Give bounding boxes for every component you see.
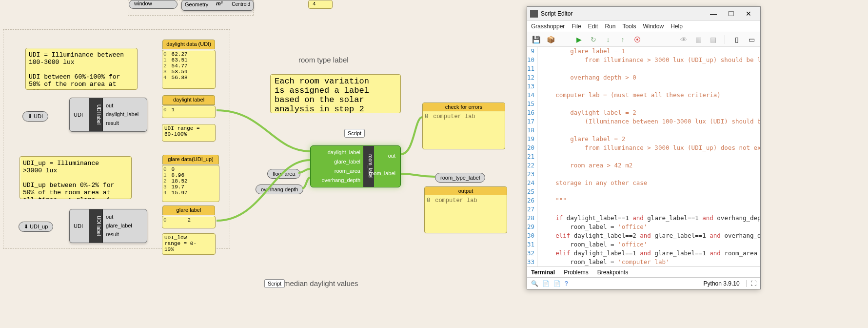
code-content[interactable]: glare label = 1 from illuminance > 3000 … xyxy=(538,47,760,266)
menu-window[interactable]: Window xyxy=(643,23,664,30)
statusbar: 🔍 📄 📄 ? Python 3.9.10 ⛶ xyxy=(527,277,760,289)
note-udi[interactable]: UDI = Illuminance between 100-3000 lux U… xyxy=(25,48,138,90)
panel-glare-data-title: glare data(UDI_up) xyxy=(162,155,219,164)
panel-four[interactable]: 4 xyxy=(308,0,333,9)
param-overhang-depth[interactable]: overhang depth xyxy=(256,184,303,194)
tool-icon-1[interactable]: ▦ xyxy=(693,35,703,44)
udi-out-1: daylight_label xyxy=(106,110,138,119)
down-arrow-icon: ⬇ xyxy=(28,113,32,119)
panel-daylight-label-title: daylight label xyxy=(162,95,215,105)
param-window[interactable]: window xyxy=(129,0,178,9)
tab-problems[interactable]: Problems xyxy=(564,269,589,276)
panel-glare-label[interactable]: glare label 0 2 xyxy=(162,216,216,228)
down-arrow-icon: ⬇ xyxy=(24,224,28,229)
section-label-median: median daylight values xyxy=(284,279,358,287)
note-udi-up[interactable]: UDI_up = Illuminance >3000 lux UDI_up be… xyxy=(20,156,132,199)
panel-output[interactable]: output 0 computer lab xyxy=(424,186,507,233)
udi-out-0: out xyxy=(106,101,138,110)
panel-glare-label-title: glare label xyxy=(162,205,215,215)
python-version: Python 3.9.10 xyxy=(704,280,740,287)
script-tooltip-2: Script xyxy=(264,279,285,288)
step-in-icon[interactable]: ↓ xyxy=(603,35,613,44)
doc-icon[interactable]: 📄 xyxy=(553,280,561,287)
geom-mid: m² xyxy=(216,0,222,6)
rl-in-1: glare_label xyxy=(311,157,363,166)
menubar[interactable]: Grasshopper File Edit Run Tools Window H… xyxy=(527,20,760,32)
file-icon[interactable]: 📄 xyxy=(542,280,550,287)
room-label-tab: room_label xyxy=(363,146,374,187)
eye-icon[interactable]: 👁 xyxy=(679,35,689,44)
help-icon[interactable]: ? xyxy=(565,280,568,287)
line-gutter: 9101112131415161718192021222324252627282… xyxy=(527,47,538,266)
app-icon xyxy=(530,10,538,18)
rl-out-1: room_label xyxy=(369,170,395,176)
panel-udi-low[interactable]: UDI_low range = 0- 10% xyxy=(162,233,216,255)
geometry-component[interactable]: Geometry m² Centroid xyxy=(181,0,254,11)
script-tooltip: Script xyxy=(344,129,365,138)
udi-label-component[interactable]: UDI label UDI out daylight_label result xyxy=(69,98,147,132)
panel-icon-1[interactable]: ▯ xyxy=(732,35,742,44)
panel-daylight-label[interactable]: daylight label 0 1 xyxy=(162,105,216,118)
rl-in-3: overhang_depth xyxy=(311,176,363,185)
panel-daylight-data[interactable]: daylight data (UDI) 0 62.27 1 63.51 2 54… xyxy=(162,50,216,89)
param-udi-label: UDI xyxy=(34,113,43,119)
save-icon[interactable]: 💾 xyxy=(531,35,541,44)
rl-out-0: out xyxy=(388,153,395,159)
panel-check-errors[interactable]: check for errors 0 computer lab xyxy=(422,102,505,149)
search-icon[interactable]: 🔍 xyxy=(531,280,538,287)
room-label-component[interactable]: room_label daylight_label glare_label ro… xyxy=(310,145,401,187)
titlebar[interactable]: Script Editor — ☐ ✕ xyxy=(527,7,760,20)
panel-output-title: output xyxy=(425,187,507,195)
panel-glare-data[interactable]: glare data(UDI_up) 0 0 1 8.96 2 18.52 3 … xyxy=(162,165,219,202)
udiu-out-2: result xyxy=(106,230,132,239)
tab-terminal[interactable]: Terminal xyxy=(531,269,555,276)
param-udi-up-label: UDI_up xyxy=(30,224,48,229)
menu-run[interactable]: Run xyxy=(605,23,615,30)
tool-icon-2[interactable]: ▤ xyxy=(708,35,718,44)
panel-four-val: 4 xyxy=(313,1,316,7)
window-title: Script Editor xyxy=(541,10,705,17)
param-udi[interactable]: ⬇ UDI xyxy=(22,111,48,122)
menu-file[interactable]: File xyxy=(572,23,581,30)
panel-daylight-data-title: daylight data (UDI) xyxy=(162,40,215,49)
geom-left: Geometry xyxy=(185,1,208,7)
rl-in-2: room_area xyxy=(311,166,363,176)
close-button[interactable]: ✕ xyxy=(740,10,757,18)
menu-edit[interactable]: Edit xyxy=(588,23,598,30)
rl-in-0: daylight_label xyxy=(311,148,363,157)
udi-out-2: result xyxy=(106,119,138,127)
param-floor-area[interactable]: floor area xyxy=(267,169,300,179)
menu-grasshopper[interactable]: Grasshopper xyxy=(531,23,565,30)
section-label-room-type: room type label xyxy=(298,56,349,64)
code-area[interactable]: 9101112131415161718192021222324252627282… xyxy=(527,47,760,266)
udiu-out-1: glare_label xyxy=(106,221,132,230)
toolbar: 💾 📦 ▶ ↻ ↓ ↑ ⦿ 👁 ▦ ▤ ▯ ▭ xyxy=(527,32,760,47)
script-editor-window[interactable]: Script Editor — ☐ ✕ Grasshopper File Edi… xyxy=(527,6,761,289)
param-room-type-label[interactable]: room_type_label xyxy=(435,173,485,183)
param-udi-up[interactable]: ⬇ UDI_up xyxy=(19,222,53,232)
tab-breakpoints[interactable]: Breakpoints xyxy=(597,269,628,276)
run-icon[interactable]: ▶ xyxy=(574,35,584,44)
maximize-button[interactable]: ☐ xyxy=(722,10,740,18)
udi-label-tab: UDI label xyxy=(89,98,103,131)
geom-right: Centroid xyxy=(232,1,250,7)
menu-help[interactable]: Help xyxy=(671,23,683,30)
menu-tools[interactable]: Tools xyxy=(622,23,636,30)
note-each-room[interactable]: Each room variation is assigned a label … xyxy=(270,74,401,113)
udi-label-in: UDI xyxy=(74,112,83,118)
expand-icon[interactable]: ⛶ xyxy=(746,280,756,287)
stop-icon[interactable]: ⦿ xyxy=(632,35,642,44)
udi-up-label-in: UDI xyxy=(74,223,83,229)
udiu-out-0: out xyxy=(106,212,132,221)
minimize-button[interactable]: — xyxy=(705,10,722,18)
package-icon[interactable]: 📦 xyxy=(546,35,555,44)
panel-check-errors-title: check for errors xyxy=(423,103,505,111)
step-out-icon[interactable]: ↑ xyxy=(618,35,628,44)
step-over-icon[interactable]: ↻ xyxy=(589,35,598,44)
panel-udi-range[interactable]: UDI range = 60-100% xyxy=(162,124,216,142)
panel-icon-2[interactable]: ▭ xyxy=(747,35,756,44)
bottom-tabs: Terminal Problems Breakpoints xyxy=(527,266,760,277)
param-window-label: window xyxy=(129,0,152,6)
udi-up-label-component[interactable]: UDI label UDI out glare_label result xyxy=(69,209,147,243)
udi-up-label-tab: UDI label xyxy=(89,209,103,243)
